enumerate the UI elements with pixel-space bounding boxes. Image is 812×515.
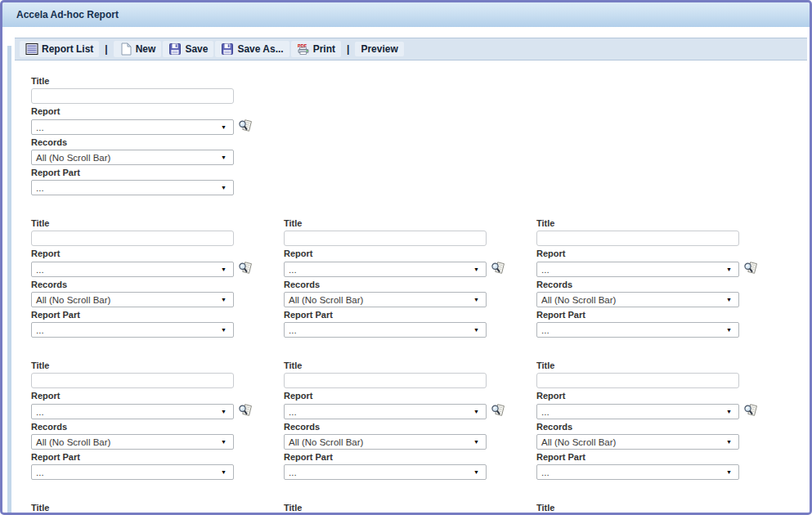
- page-title: Accela Ad-hoc Report: [16, 9, 119, 20]
- records-select[interactable]: All (No Scroll Bar) ▼: [31, 434, 234, 450]
- records-select[interactable]: All (No Scroll Bar) ▼: [284, 434, 487, 450]
- report-panel: Title Report ... ▼ Records All (No Scrol…: [536, 360, 789, 482]
- report-part-label: Report Part: [31, 168, 284, 178]
- title-input[interactable]: [31, 88, 234, 104]
- report-select[interactable]: ... ▼: [31, 262, 234, 277]
- chevron-down-icon: ▼: [221, 266, 227, 272]
- report-part-select-value: ...: [36, 325, 44, 335]
- chevron-down-icon: ▼: [221, 185, 227, 190]
- title-label: Title: [284, 360, 536, 371]
- records-select-value: All (No Scroll Bar): [541, 295, 616, 305]
- chevron-down-icon: ▼: [726, 297, 732, 302]
- accela-adhoc-report-window: Accela Ad-hoc Report Report List | New: [0, 0, 812, 515]
- title-label: Title: [284, 503, 536, 513]
- records-select[interactable]: All (No Scroll Bar) ▼: [536, 434, 739, 450]
- report-lookup-icon[interactable]: [236, 119, 253, 135]
- report-list-label: Report List: [42, 43, 93, 55]
- report-part-select[interactable]: ... ▼: [31, 322, 234, 338]
- report-part-select[interactable]: ... ▼: [536, 322, 739, 338]
- report-part-label: Report Part: [284, 452, 536, 463]
- title-label: Title: [31, 360, 284, 371]
- report-select-value: ...: [36, 407, 44, 417]
- report-part-select-value: ...: [541, 325, 550, 335]
- records-select[interactable]: All (No Scroll Bar) ▼: [31, 292, 234, 307]
- report-select-value: ...: [289, 265, 297, 275]
- title-label: Title: [536, 360, 789, 371]
- save-as-button[interactable]: Save As...: [215, 41, 289, 57]
- report-part-label: Report Part: [536, 452, 789, 463]
- records-select[interactable]: All (No Scroll Bar) ▼: [31, 150, 234, 165]
- report-select[interactable]: ... ▼: [284, 404, 487, 419]
- save-label: Save: [185, 43, 208, 55]
- chevron-down-icon: ▼: [473, 266, 479, 272]
- report-label: Report: [284, 249, 536, 259]
- title-label: Title: [536, 503, 789, 513]
- report-select-value: ...: [36, 265, 44, 275]
- records-label: Records: [31, 137, 284, 148]
- report-lookup-icon[interactable]: [489, 261, 505, 277]
- report-part-select-value: ...: [289, 325, 297, 335]
- report-lookup-icon[interactable]: [742, 403, 758, 419]
- print-pdf-icon: PDF: [297, 43, 310, 56]
- title-input[interactable]: [536, 373, 739, 388]
- preview-label: Preview: [361, 43, 397, 55]
- records-select-value: All (No Scroll Bar): [36, 437, 110, 447]
- toolbar-separator: |: [343, 43, 353, 55]
- preview-button[interactable]: Preview: [355, 42, 403, 56]
- report-panel: Title Report ... ▼ Records All (No Scrol…: [284, 503, 536, 513]
- print-button[interactable]: PDF Print: [291, 41, 341, 57]
- report-select-value: ...: [541, 265, 550, 275]
- chevron-down-icon: ▼: [221, 409, 227, 414]
- title-input[interactable]: [536, 231, 739, 246]
- title-input[interactable]: [31, 231, 234, 246]
- records-select-value: All (No Scroll Bar): [289, 295, 363, 305]
- save-button[interactable]: Save: [163, 41, 213, 57]
- report-panel: Title Report ... ▼ Records All (No Scrol…: [31, 218, 284, 340]
- new-document-icon: [119, 43, 132, 56]
- records-select[interactable]: All (No Scroll Bar) ▼: [536, 292, 739, 307]
- report-list-icon: [25, 43, 38, 56]
- records-select[interactable]: All (No Scroll Bar) ▼: [284, 292, 487, 307]
- panel-row: Title Report ... ▼ Records All (No Scrol…: [31, 360, 807, 482]
- report-select[interactable]: ... ▼: [31, 404, 234, 419]
- report-part-select-value: ...: [289, 468, 297, 477]
- report-panel: Title Report ... ▼ Records All (No Scrol…: [284, 360, 536, 482]
- records-label: Records: [284, 280, 536, 290]
- report-part-select-value: ...: [541, 468, 550, 477]
- report-part-select[interactable]: ... ▼: [31, 464, 234, 480]
- window-titlebar: Accela Ad-hoc Report: [2, 2, 810, 27]
- svg-text:PDF: PDF: [298, 43, 307, 48]
- report-lookup-icon[interactable]: [236, 403, 253, 419]
- window-body: Report List | New Save: [2, 38, 810, 515]
- records-label: Records: [536, 280, 789, 290]
- report-lookup-icon[interactable]: [742, 261, 758, 277]
- report-part-select[interactable]: ... ▼: [284, 464, 487, 480]
- report-part-select[interactable]: ... ▼: [31, 180, 234, 195]
- new-button[interactable]: New: [114, 41, 162, 57]
- report-part-select[interactable]: ... ▼: [536, 464, 739, 480]
- title-label: Title: [31, 503, 284, 513]
- report-lookup-icon[interactable]: [236, 261, 253, 277]
- chevron-down-icon: ▼: [726, 439, 732, 445]
- save-as-floppy-icon: [221, 43, 234, 56]
- chevron-down-icon: ▼: [473, 327, 479, 333]
- report-select[interactable]: ... ▼: [31, 119, 234, 135]
- title-label: Title: [284, 218, 536, 229]
- title-input[interactable]: [284, 373, 487, 388]
- report-lookup-icon[interactable]: [489, 403, 505, 419]
- report-select[interactable]: ... ▼: [284, 262, 487, 277]
- report-part-select[interactable]: ... ▼: [284, 322, 487, 338]
- report-select-value: ...: [541, 407, 550, 417]
- report-part-select-value: ...: [36, 468, 44, 477]
- save-as-label: Save As...: [237, 43, 283, 55]
- records-label: Records: [31, 422, 284, 432]
- toolbar-separator: |: [101, 43, 111, 55]
- title-input[interactable]: [31, 373, 234, 388]
- records-select-value: All (No Scroll Bar): [289, 437, 363, 447]
- new-label: New: [136, 43, 156, 55]
- title-input[interactable]: [284, 231, 487, 246]
- report-select[interactable]: ... ▼: [536, 404, 739, 419]
- report-list-button[interactable]: Report List: [20, 41, 99, 57]
- report-label: Report: [31, 249, 284, 259]
- report-select[interactable]: ... ▼: [536, 262, 739, 277]
